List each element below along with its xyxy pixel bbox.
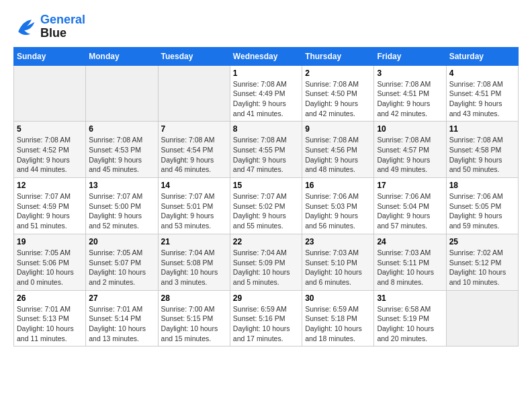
- day-number: 29: [233, 293, 299, 303]
- day-number: 13: [89, 181, 154, 190]
- day-number: 27: [89, 293, 154, 303]
- calendar-cell: 13Sunrise: 7:07 AM Sunset: 5:00 PM Dayli…: [86, 178, 158, 234]
- day-info: Sunrise: 7:08 AM Sunset: 4:53 PM Dayligh…: [89, 135, 154, 175]
- calendar-cell: 12Sunrise: 7:07 AM Sunset: 4:59 PM Dayli…: [14, 178, 86, 234]
- calendar-cell: 14Sunrise: 7:07 AM Sunset: 5:01 PM Dayli…: [158, 178, 230, 234]
- weekday-header-monday: Monday: [86, 47, 158, 65]
- calendar-cell: 28Sunrise: 7:00 AM Sunset: 5:15 PM Dayli…: [158, 290, 230, 347]
- calendar-cell: 6Sunrise: 7:08 AM Sunset: 4:53 PM Daylig…: [86, 122, 158, 178]
- calendar-cell: 16Sunrise: 7:06 AM Sunset: 5:03 PM Dayli…: [302, 178, 374, 234]
- day-number: 9: [305, 124, 371, 134]
- calendar-cell: 17Sunrise: 7:06 AM Sunset: 5:04 PM Dayli…: [374, 178, 446, 234]
- day-number: 3: [377, 68, 443, 78]
- day-number: 24: [377, 237, 443, 246]
- calendar-cell: 9Sunrise: 7:08 AM Sunset: 4:56 PM Daylig…: [302, 122, 374, 178]
- day-number: 12: [17, 181, 83, 190]
- calendar-cell: 21Sunrise: 7:04 AM Sunset: 5:08 PM Dayli…: [158, 234, 230, 290]
- day-number: 25: [449, 237, 515, 246]
- day-info: Sunrise: 7:05 AM Sunset: 5:07 PM Dayligh…: [89, 248, 154, 287]
- day-number: 30: [305, 293, 371, 303]
- logo-text: General Blue: [40, 13, 85, 40]
- day-info: Sunrise: 7:08 AM Sunset: 4:54 PM Dayligh…: [161, 135, 227, 175]
- day-info: Sunrise: 7:06 AM Sunset: 5:05 PM Dayligh…: [449, 191, 515, 231]
- day-number: 14: [161, 181, 227, 190]
- weekday-header-tuesday: Tuesday: [158, 47, 230, 65]
- calendar-cell: 26Sunrise: 7:01 AM Sunset: 5:13 PM Dayli…: [14, 290, 86, 347]
- day-info: Sunrise: 7:08 AM Sunset: 4:51 PM Dayligh…: [449, 79, 515, 119]
- day-info: Sunrise: 7:04 AM Sunset: 5:08 PM Dayligh…: [161, 248, 227, 287]
- calendar-cell: 31Sunrise: 6:58 AM Sunset: 5:19 PM Dayli…: [374, 290, 446, 347]
- day-info: Sunrise: 7:08 AM Sunset: 4:56 PM Dayligh…: [305, 135, 371, 175]
- calendar-cell: 10Sunrise: 7:08 AM Sunset: 4:57 PM Dayli…: [374, 122, 446, 178]
- day-number: 18: [449, 181, 515, 190]
- calendar-cell: [86, 65, 158, 122]
- day-info: Sunrise: 7:04 AM Sunset: 5:09 PM Dayligh…: [233, 248, 299, 287]
- day-number: 6: [89, 124, 154, 134]
- day-info: Sunrise: 7:08 AM Sunset: 4:51 PM Dayligh…: [377, 79, 443, 119]
- day-number: 19: [17, 237, 83, 246]
- day-number: 28: [161, 293, 227, 303]
- day-number: 31: [377, 293, 443, 303]
- calendar: SundayMondayTuesdayWednesdayThursdayFrid…: [13, 47, 519, 347]
- calendar-cell: 30Sunrise: 6:59 AM Sunset: 5:18 PM Dayli…: [302, 290, 374, 347]
- day-info: Sunrise: 7:08 AM Sunset: 4:49 PM Dayligh…: [233, 79, 299, 119]
- day-number: 17: [377, 181, 443, 190]
- calendar-cell: 3Sunrise: 7:08 AM Sunset: 4:51 PM Daylig…: [374, 65, 446, 122]
- calendar-cell: 27Sunrise: 7:01 AM Sunset: 5:14 PM Dayli…: [86, 290, 158, 347]
- day-info: Sunrise: 7:08 AM Sunset: 4:58 PM Dayligh…: [449, 135, 515, 175]
- day-number: 15: [233, 181, 299, 190]
- day-info: Sunrise: 7:07 AM Sunset: 5:02 PM Dayligh…: [233, 191, 299, 231]
- day-number: 22: [233, 237, 299, 246]
- weekday-header-friday: Friday: [374, 47, 446, 65]
- calendar-cell: 20Sunrise: 7:05 AM Sunset: 5:07 PM Dayli…: [86, 234, 158, 290]
- calendar-cell: 18Sunrise: 7:06 AM Sunset: 5:05 PM Dayli…: [446, 178, 518, 234]
- calendar-cell: 25Sunrise: 7:02 AM Sunset: 5:12 PM Dayli…: [446, 234, 518, 290]
- day-number: 1: [233, 68, 299, 78]
- day-number: 5: [17, 124, 83, 134]
- calendar-cell: 4Sunrise: 7:08 AM Sunset: 4:51 PM Daylig…: [446, 65, 518, 122]
- day-info: Sunrise: 7:06 AM Sunset: 5:04 PM Dayligh…: [377, 191, 443, 231]
- day-info: Sunrise: 7:07 AM Sunset: 5:00 PM Dayligh…: [89, 191, 154, 231]
- day-number: 23: [305, 237, 371, 246]
- calendar-cell: [158, 65, 230, 122]
- day-info: Sunrise: 7:05 AM Sunset: 5:06 PM Dayligh…: [17, 248, 83, 287]
- day-info: Sunrise: 6:58 AM Sunset: 5:19 PM Dayligh…: [377, 304, 443, 344]
- day-number: 20: [89, 237, 154, 246]
- calendar-cell: [14, 65, 86, 122]
- day-number: 2: [305, 68, 371, 78]
- day-number: 10: [377, 124, 443, 134]
- calendar-cell: 2Sunrise: 7:08 AM Sunset: 4:50 PM Daylig…: [302, 65, 374, 122]
- day-info: Sunrise: 7:01 AM Sunset: 5:14 PM Dayligh…: [89, 304, 154, 344]
- day-info: Sunrise: 7:08 AM Sunset: 4:50 PM Dayligh…: [305, 79, 371, 119]
- calendar-cell: 24Sunrise: 7:03 AM Sunset: 5:11 PM Dayli…: [374, 234, 446, 290]
- day-number: 4: [449, 68, 515, 78]
- day-number: 7: [161, 124, 227, 134]
- day-info: Sunrise: 7:07 AM Sunset: 4:59 PM Dayligh…: [17, 191, 83, 231]
- day-number: 16: [305, 181, 371, 190]
- day-number: 11: [449, 124, 515, 134]
- calendar-cell: 11Sunrise: 7:08 AM Sunset: 4:58 PM Dayli…: [446, 122, 518, 178]
- day-info: Sunrise: 7:08 AM Sunset: 4:55 PM Dayligh…: [233, 135, 299, 175]
- calendar-cell: 22Sunrise: 7:04 AM Sunset: 5:09 PM Dayli…: [230, 234, 302, 290]
- weekday-header-thursday: Thursday: [302, 47, 374, 65]
- day-info: Sunrise: 7:07 AM Sunset: 5:01 PM Dayligh…: [161, 191, 227, 231]
- day-info: Sunrise: 7:01 AM Sunset: 5:13 PM Dayligh…: [17, 304, 83, 344]
- calendar-cell: 19Sunrise: 7:05 AM Sunset: 5:06 PM Dayli…: [14, 234, 86, 290]
- calendar-cell: 7Sunrise: 7:08 AM Sunset: 4:54 PM Daylig…: [158, 122, 230, 178]
- day-info: Sunrise: 6:59 AM Sunset: 5:18 PM Dayligh…: [305, 304, 371, 344]
- day-info: Sunrise: 6:59 AM Sunset: 5:16 PM Dayligh…: [233, 304, 299, 344]
- day-info: Sunrise: 7:02 AM Sunset: 5:12 PM Dayligh…: [449, 248, 515, 287]
- day-info: Sunrise: 7:06 AM Sunset: 5:03 PM Dayligh…: [305, 191, 371, 231]
- day-info: Sunrise: 7:08 AM Sunset: 4:52 PM Dayligh…: [17, 135, 83, 175]
- calendar-cell: 23Sunrise: 7:03 AM Sunset: 5:10 PM Dayli…: [302, 234, 374, 290]
- day-number: 21: [161, 237, 227, 246]
- calendar-cell: 5Sunrise: 7:08 AM Sunset: 4:52 PM Daylig…: [14, 122, 86, 178]
- calendar-cell: [446, 290, 518, 347]
- calendar-cell: 15Sunrise: 7:07 AM Sunset: 5:02 PM Dayli…: [230, 178, 302, 234]
- weekday-header-wednesday: Wednesday: [230, 47, 302, 65]
- day-number: 26: [17, 293, 83, 303]
- weekday-header-saturday: Saturday: [446, 47, 518, 65]
- day-info: Sunrise: 7:03 AM Sunset: 5:10 PM Dayligh…: [305, 248, 371, 287]
- day-info: Sunrise: 7:00 AM Sunset: 5:15 PM Dayligh…: [161, 304, 227, 344]
- calendar-cell: 1Sunrise: 7:08 AM Sunset: 4:49 PM Daylig…: [230, 65, 302, 122]
